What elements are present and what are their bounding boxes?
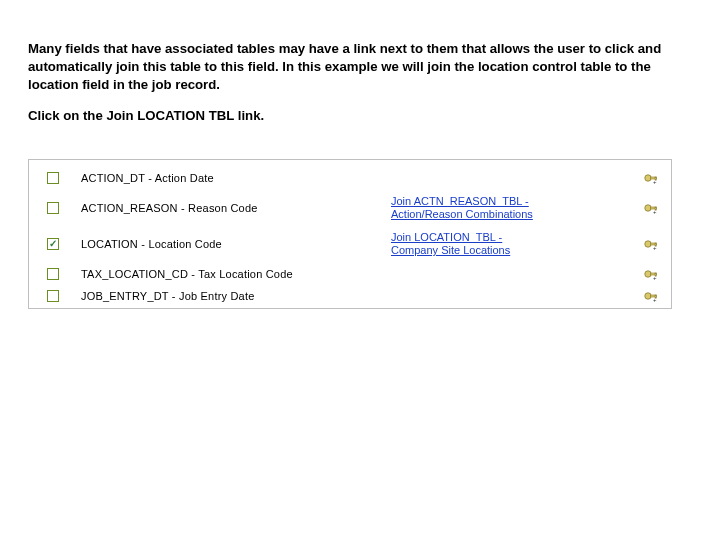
- checkbox-action-reason[interactable]: [47, 202, 59, 214]
- field-label: ACTION_REASON - Reason Code: [77, 202, 387, 214]
- join-actn-reason-link[interactable]: Join ACTN_REASON_TBL -: [391, 195, 631, 208]
- join-location-link-desc[interactable]: Company Site Locations: [391, 244, 631, 257]
- field-row: ACTION_DT - Action Date +: [29, 166, 671, 190]
- field-row: ACTION_REASON - Reason Code Join ACTN_RE…: [29, 190, 671, 226]
- checkbox-job-entry-dt[interactable]: [47, 290, 59, 302]
- svg-text:+: +: [653, 209, 657, 215]
- svg-text:+: +: [653, 275, 657, 281]
- instruction-paragraph-1: Many fields that have associated tables …: [28, 40, 668, 93]
- checkbox-action-dt[interactable]: [47, 172, 59, 184]
- field-label: TAX_LOCATION_CD - Tax Location Code: [77, 268, 387, 280]
- key-icon[interactable]: +: [643, 267, 659, 281]
- field-row: TAX_LOCATION_CD - Tax Location Code +: [29, 262, 671, 286]
- checkbox-location[interactable]: ✓: [47, 238, 59, 250]
- checkbox-tax-location[interactable]: [47, 268, 59, 280]
- fields-panel: ACTION_DT - Action Date + ACTION_REASON …: [28, 159, 672, 309]
- field-row: ✓ LOCATION - Location Code Join LOCATION…: [29, 226, 671, 262]
- instruction-paragraph-2: Click on the Join LOCATION TBL link.: [28, 107, 668, 125]
- field-label: JOB_ENTRY_DT - Job Entry Date: [77, 290, 387, 302]
- key-icon[interactable]: +: [643, 289, 659, 303]
- join-location-link[interactable]: Join LOCATION_TBL -: [391, 231, 631, 244]
- field-row: JOB_ENTRY_DT - Job Entry Date +: [29, 286, 671, 306]
- key-icon[interactable]: +: [643, 201, 659, 215]
- field-label: LOCATION - Location Code: [77, 238, 387, 250]
- join-actn-reason-link-desc[interactable]: Action/Reason Combinations: [391, 208, 631, 221]
- field-label: ACTION_DT - Action Date: [77, 172, 387, 184]
- svg-text:+: +: [653, 179, 657, 185]
- key-icon[interactable]: +: [643, 237, 659, 251]
- svg-text:+: +: [653, 297, 657, 303]
- key-icon[interactable]: +: [643, 171, 659, 185]
- svg-text:+: +: [653, 245, 657, 251]
